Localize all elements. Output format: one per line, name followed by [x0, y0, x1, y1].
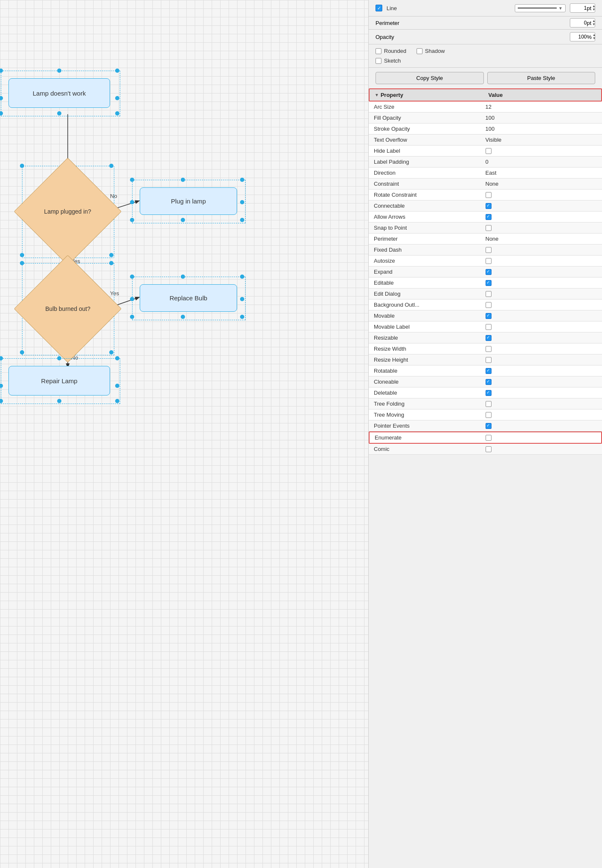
value-checkbox[interactable]	[486, 379, 492, 385]
table-row[interactable]: Pointer Events	[369, 420, 602, 431]
table-row[interactable]: ConstraintNone	[369, 179, 602, 190]
value-checkbox[interactable]	[486, 412, 492, 418]
property-value[interactable]	[486, 280, 597, 286]
table-row[interactable]: Rotate Constraint	[369, 190, 602, 201]
node-replace-bulb[interactable]: Replace Bulb	[140, 284, 237, 312]
value-checkbox[interactable]	[486, 302, 492, 308]
table-row[interactable]: PerimeterNone	[369, 233, 602, 244]
table-row[interactable]: Fill Opacity100	[369, 113, 602, 124]
property-value[interactable]	[486, 247, 597, 253]
value-checkbox[interactable]	[486, 192, 492, 198]
property-value[interactable]	[486, 435, 596, 441]
opacity-input[interactable]: % ▲ ▼	[570, 32, 595, 41]
table-row[interactable]: Enumerate	[369, 431, 602, 444]
table-row[interactable]: Cloneable	[369, 376, 602, 387]
property-value[interactable]	[486, 335, 597, 341]
value-checkbox[interactable]	[486, 401, 492, 407]
node-repair-lamp[interactable]: Repair Lamp	[8, 366, 110, 396]
table-row[interactable]: Edit Dialog	[369, 288, 602, 299]
property-value[interactable]	[486, 368, 597, 374]
table-row[interactable]: Resize Width	[369, 343, 602, 354]
node-lamp-plugged-in[interactable]: Lamp plugged in?	[30, 173, 106, 250]
property-value[interactable]	[486, 357, 597, 363]
sketch-checkbox[interactable]	[376, 58, 381, 64]
property-value[interactable]	[486, 258, 597, 264]
rounded-checkbox-item[interactable]: Rounded	[376, 48, 406, 54]
table-row[interactable]: DirectionEast	[369, 168, 602, 179]
table-row[interactable]: Tree Folding	[369, 398, 602, 409]
shadow-checkbox-item[interactable]: Shadow	[417, 48, 445, 54]
value-checkbox[interactable]	[486, 357, 492, 363]
property-value[interactable]	[486, 390, 597, 396]
property-value[interactable]	[486, 269, 597, 275]
table-row[interactable]: Movable Label	[369, 321, 602, 332]
value-checkbox[interactable]	[486, 346, 492, 352]
value-checkbox[interactable]	[486, 280, 492, 286]
node-lamp-doesnt-work[interactable]: Lamp doesn't work	[8, 78, 110, 108]
table-row[interactable]: Autosize	[369, 255, 602, 266]
value-checkbox[interactable]	[486, 324, 492, 330]
value-checkbox[interactable]	[486, 335, 492, 341]
table-row[interactable]: Snap to Point	[369, 222, 602, 233]
property-value[interactable]	[486, 412, 597, 418]
value-checkbox[interactable]	[486, 423, 492, 429]
table-row[interactable]: Text OverflowVisible	[369, 135, 602, 146]
value-checkbox[interactable]	[486, 446, 492, 452]
property-value[interactable]	[486, 446, 597, 452]
table-row[interactable]: Deletable	[369, 387, 602, 398]
value-checkbox[interactable]	[486, 368, 492, 374]
property-value[interactable]	[486, 401, 597, 407]
table-row[interactable]: Movable	[369, 310, 602, 321]
node-plug-in-lamp[interactable]: Plug in lamp	[140, 187, 237, 215]
table-row[interactable]: Tree Moving	[369, 409, 602, 420]
property-value[interactable]	[486, 192, 597, 198]
value-checkbox[interactable]	[486, 225, 492, 231]
table-row[interactable]: Editable	[369, 277, 602, 288]
value-checkbox[interactable]	[486, 390, 492, 396]
property-value[interactable]	[486, 423, 597, 429]
table-row[interactable]: Arc Size12	[369, 102, 602, 113]
table-row[interactable]: Connectable	[369, 201, 602, 212]
property-value[interactable]	[486, 313, 597, 319]
property-value[interactable]	[486, 324, 597, 330]
property-value[interactable]	[486, 291, 597, 297]
table-row[interactable]: Fixed Dash	[369, 244, 602, 255]
table-row[interactable]: Expand	[369, 266, 602, 277]
sketch-checkbox-item[interactable]: Sketch	[376, 58, 595, 64]
table-row[interactable]: Allow Arrows	[369, 212, 602, 222]
line-style-dropdown[interactable]: ▼	[515, 4, 566, 12]
perimeter-input[interactable]: pt ▲ ▼	[570, 18, 595, 27]
table-row[interactable]: Rotatable	[369, 365, 602, 376]
shadow-checkbox[interactable]	[417, 48, 423, 54]
line-checkbox[interactable]	[376, 5, 382, 11]
property-value[interactable]	[486, 225, 597, 231]
property-value[interactable]	[486, 214, 597, 220]
line-width-input[interactable]: pt ▲ ▼	[570, 3, 595, 13]
copy-style-button[interactable]: Copy Style	[376, 72, 484, 84]
table-row[interactable]: Label Padding0	[369, 157, 602, 168]
value-checkbox[interactable]	[486, 247, 492, 253]
table-row[interactable]: Stroke Opacity100	[369, 124, 602, 135]
rounded-checkbox[interactable]	[376, 48, 381, 54]
property-value[interactable]	[486, 203, 597, 209]
node-bulb-burned-out[interactable]: Bulb burned out?	[30, 271, 106, 347]
property-value[interactable]	[486, 148, 597, 154]
value-checkbox[interactable]	[486, 214, 492, 220]
table-row[interactable]: Resize Height	[369, 354, 602, 365]
value-checkbox[interactable]	[486, 258, 492, 264]
property-value[interactable]	[486, 346, 597, 352]
table-row[interactable]: Comic	[369, 444, 602, 455]
value-checkbox[interactable]	[486, 435, 492, 441]
value-checkbox[interactable]	[486, 203, 492, 209]
table-row[interactable]: Hide Label	[369, 146, 602, 157]
canvas[interactable]: No Yes Yes No Lamp doesn't work	[0, 0, 368, 868]
paste-style-button[interactable]: Paste Style	[487, 72, 596, 84]
value-checkbox[interactable]	[486, 313, 492, 319]
value-checkbox[interactable]	[486, 148, 492, 154]
table-row[interactable]: Resizable	[369, 332, 602, 343]
property-value[interactable]	[486, 379, 597, 385]
value-checkbox[interactable]	[486, 291, 492, 297]
value-checkbox[interactable]	[486, 269, 492, 275]
property-value[interactable]	[486, 302, 597, 308]
table-row[interactable]: Background Outl...	[369, 299, 602, 310]
